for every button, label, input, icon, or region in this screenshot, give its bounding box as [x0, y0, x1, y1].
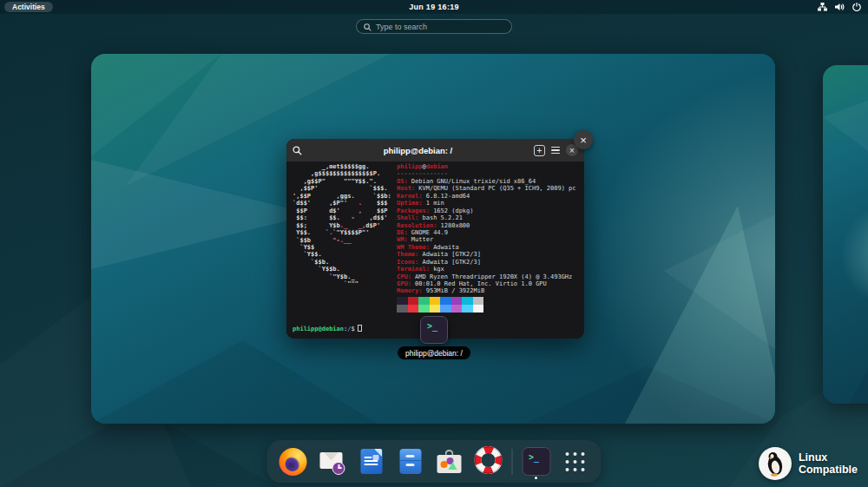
clock[interactable]: Jun 19 16:19: [0, 3, 868, 11]
app-grid-icon: [566, 452, 585, 471]
dock-item-help[interactable]: [473, 444, 504, 480]
dock-item-software[interactable]: [434, 444, 465, 480]
power-icon: [852, 3, 861, 11]
network-icon: [818, 3, 827, 11]
terminal-content: _,met$$$$$gg. ,g$$$$$$$$$$$$$$$P. ,g$$P"…: [286, 161, 584, 339]
neofetch-info: philipp@debian--------------OS: Debian G…: [397, 163, 576, 295]
linux-compatible-watermark: Linux Compatible: [759, 447, 858, 480]
window-title: philipp@debian: /: [307, 146, 529, 155]
terminal-titlebar[interactable]: philipp@debian: / + ×: [286, 139, 584, 161]
dock-item-firefox[interactable]: [278, 444, 309, 480]
desktop-overview: Activities Jun 19 16:19: [0, 0, 868, 487]
terminal-window[interactable]: philipp@debian: / + × _,met$$$$$gg. ,g$$…: [286, 139, 584, 339]
software-store-icon: [437, 450, 462, 474]
wallpaper-next: [823, 65, 868, 404]
window-caption-label: philipp@debian: /: [398, 346, 470, 359]
search-icon: [364, 19, 372, 35]
terminal-cursor: [358, 325, 362, 332]
top-bar: Activities Jun 19 16:19: [0, 0, 868, 14]
workspace-thumbnail-next[interactable]: [823, 65, 868, 404]
system-tray[interactable]: [818, 0, 861, 14]
running-indicator-dot: [535, 477, 537, 479]
palette-row-normal: [397, 297, 483, 305]
firefox-icon: [279, 448, 307, 476]
penguin-logo-icon: [759, 447, 792, 480]
dash-dock: >_: [267, 440, 602, 483]
dock-item-evolution[interactable]: [317, 444, 348, 480]
dock-item-files[interactable]: [395, 444, 426, 480]
terminal-search-icon[interactable]: [293, 146, 302, 155]
search-input[interactable]: Type to search: [356, 19, 512, 34]
menu-icon[interactable]: [550, 145, 561, 155]
palette-row-bright: [397, 305, 483, 313]
terminal-color-palette: [397, 297, 483, 313]
shell-prompt: philipp@debian:/$: [293, 325, 362, 332]
neofetch-ascii-art-accent: . , - ._ _, . "-.__: [293, 163, 365, 280]
console-app-icon: >_: [420, 316, 448, 344]
evolution-mail-icon: [319, 449, 345, 475]
close-window-overlay-button[interactable]: ×: [574, 130, 593, 149]
files-icon: [399, 449, 421, 474]
libreoffice-writer-icon: [360, 449, 382, 474]
console-icon: >_: [522, 447, 550, 476]
dock-separator: [512, 449, 513, 475]
dock-item-libreoffice-writer[interactable]: [356, 444, 387, 480]
prompt-user-host: philipp@debian: [293, 326, 344, 332]
help-lifebuoy-icon: [475, 446, 503, 477]
dock-item-app-grid[interactable]: [560, 444, 591, 480]
new-tab-button[interactable]: +: [534, 145, 545, 156]
dock-item-console[interactable]: >_: [521, 444, 552, 480]
volume-icon: [835, 3, 845, 11]
search-placeholder: Type to search: [376, 23, 427, 31]
watermark-text: Linux Compatible: [799, 451, 858, 476]
